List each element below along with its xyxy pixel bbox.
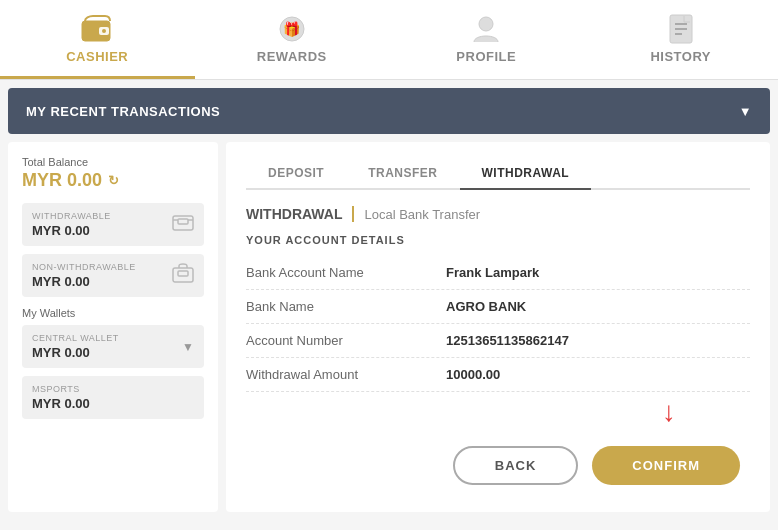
account-number-value: 12513651135862147 — [446, 333, 569, 348]
nav-history-label: HISTORY — [650, 49, 711, 64]
withdrawable-label: WITHDRAWABLE — [32, 211, 111, 221]
msports-label: MSPORTS — [32, 384, 90, 394]
svg-point-2 — [102, 29, 106, 33]
main-content: Total Balance MYR 0.00 ↻ WITHDRAWABLE MY… — [8, 142, 770, 512]
tab-withdrawal[interactable]: WITHDRAWAL — [460, 158, 592, 190]
tab-transfer[interactable]: TRANSFER — [346, 158, 459, 190]
msports-wallet-box: MSPORTS MYR 0.00 — [22, 376, 204, 419]
nav-profile-label: PROFILE — [456, 49, 516, 64]
non-withdrawable-icon — [172, 263, 194, 288]
bank-account-name-label: Bank Account Name — [246, 265, 446, 280]
recent-transactions-bar[interactable]: MY RECENT TRANSACTIONS ▼ — [8, 88, 770, 134]
nav-history[interactable]: HISTORY — [584, 0, 779, 79]
svg-rect-14 — [173, 268, 193, 282]
nav-cashier-label: CASHIER — [66, 49, 128, 64]
nav-cashier[interactable]: CASHIER — [0, 0, 195, 79]
gift-icon: 🎁 — [276, 13, 308, 45]
top-navigation: CASHIER 🎁 REWARDS PROFILE — [0, 0, 778, 80]
detail-row-bank-account-name: Bank Account Name Frank Lampark — [246, 256, 750, 290]
tab-deposit[interactable]: DEPOSIT — [246, 158, 346, 190]
account-details-title: YOUR ACCOUNT DETAILS — [246, 234, 750, 246]
recent-transactions-label: MY RECENT TRANSACTIONS — [26, 104, 220, 119]
withdrawal-amount-label: Withdrawal Amount — [246, 367, 446, 382]
account-number-label: Account Number — [246, 333, 446, 348]
withdrawable-value: MYR 0.00 — [32, 223, 111, 238]
nav-profile[interactable]: PROFILE — [389, 0, 584, 79]
person-icon — [470, 13, 502, 45]
title-divider — [352, 206, 354, 222]
refresh-icon[interactable]: ↻ — [108, 173, 119, 188]
right-panel: DEPOSIT TRANSFER WITHDRAWAL WITHDRAWAL L… — [226, 142, 770, 512]
non-withdrawable-label: NON-WITHDRAWABLE — [32, 262, 136, 272]
non-withdrawable-value: MYR 0.00 — [32, 274, 136, 289]
nav-rewards[interactable]: 🎁 REWARDS — [195, 0, 390, 79]
detail-row-account-number: Account Number 12513651135862147 — [246, 324, 750, 358]
total-balance-label: Total Balance — [22, 156, 204, 168]
svg-rect-10 — [173, 216, 193, 230]
central-wallet-value: MYR 0.00 — [32, 345, 119, 360]
msports-value: MYR 0.00 — [32, 396, 90, 411]
detail-row-withdrawal-amount: Withdrawal Amount 10000.00 — [246, 358, 750, 392]
svg-text:🎁: 🎁 — [283, 21, 301, 38]
bank-account-name-value: Frank Lampark — [446, 265, 539, 280]
my-wallets-label: My Wallets — [22, 307, 204, 319]
withdrawal-subtitle: Local Bank Transfer — [364, 207, 480, 222]
nav-rewards-label: REWARDS — [257, 49, 327, 64]
chevron-right-icon: ▼ — [182, 340, 194, 354]
arrow-container: ↓ — [246, 398, 750, 426]
withdrawal-title: WITHDRAWAL Local Bank Transfer — [246, 206, 750, 222]
action-buttons: BACK CONFIRM — [246, 446, 750, 485]
withdrawable-icon — [172, 213, 194, 236]
withdrawal-amount-value: 10000.00 — [446, 367, 500, 382]
svg-rect-15 — [178, 271, 188, 276]
down-arrow-icon: ↓ — [662, 398, 676, 426]
document-icon — [665, 13, 697, 45]
withdrawable-box: WITHDRAWABLE MYR 0.00 — [22, 203, 204, 246]
central-wallet-label: CENTRAL WALLET — [32, 333, 119, 343]
wallet-icon — [81, 13, 113, 45]
tabs-container: DEPOSIT TRANSFER WITHDRAWAL — [246, 158, 750, 190]
chevron-down-icon: ▼ — [739, 104, 752, 119]
total-balance-value: MYR 0.00 ↻ — [22, 170, 204, 191]
withdrawal-title-text: WITHDRAWAL — [246, 206, 342, 222]
back-button[interactable]: BACK — [453, 446, 579, 485]
left-panel: Total Balance MYR 0.00 ↻ WITHDRAWABLE MY… — [8, 142, 218, 512]
account-details-table: Bank Account Name Frank Lampark Bank Nam… — [246, 256, 750, 392]
central-wallet-box: CENTRAL WALLET MYR 0.00 ▼ — [22, 325, 204, 368]
bank-name-value: AGRO BANK — [446, 299, 526, 314]
confirm-button[interactable]: CONFIRM — [592, 446, 740, 485]
svg-rect-11 — [178, 219, 188, 224]
detail-row-bank-name: Bank Name AGRO BANK — [246, 290, 750, 324]
non-withdrawable-box: NON-WITHDRAWABLE MYR 0.00 — [22, 254, 204, 297]
svg-point-5 — [479, 17, 493, 31]
bank-name-label: Bank Name — [246, 299, 446, 314]
